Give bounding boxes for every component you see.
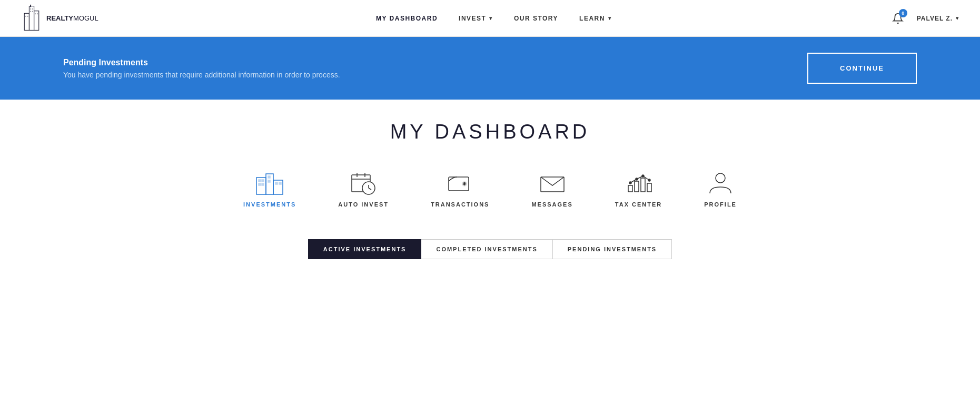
svg-rect-35 [635,181,639,192]
auto-invest-label: AUTO INVEST [338,201,389,208]
svg-rect-12 [256,178,266,194]
nav-link-invest[interactable]: INVEST [459,15,493,22]
svg-rect-8 [25,16,26,17]
banner-subtitle: You have pending investments that requir… [63,71,340,79]
svg-rect-6 [30,11,31,12]
investments-label: INVESTMENTS [243,201,296,208]
svg-point-41 [648,179,650,181]
svg-point-39 [636,178,638,180]
transactions-icon [444,170,476,196]
svg-rect-4 [30,8,31,9]
dash-item-messages[interactable]: MESSAGES [531,170,572,208]
continue-button[interactable]: CONTINUE [807,53,917,84]
dash-item-tax-center[interactable]: TAX CENTER [615,170,662,208]
messages-icon [537,170,568,196]
dashboard-icons: INVESTMENTS AUTO INVEST [21,170,959,208]
svg-rect-17 [259,183,261,185]
investment-tabs: ACTIVE INVESTMENTS COMPLETED INVESTMENTS… [21,239,959,259]
svg-rect-16 [262,180,264,182]
tab-pending-investments[interactable]: PENDING INVESTMENTS [553,239,672,259]
svg-rect-1 [24,13,29,30]
svg-rect-22 [279,182,281,184]
dash-item-transactions[interactable]: TRANSACTIONS [431,170,489,208]
nav-right: 0 PALVEL Z. [889,10,959,27]
tab-completed-investments[interactable]: COMPLETED INVESTMENTS [421,239,552,259]
auto-invest-icon [348,170,379,196]
svg-rect-37 [647,183,651,192]
svg-rect-15 [259,180,261,182]
svg-rect-2 [34,11,39,31]
notification-bell[interactable]: 0 [889,10,906,27]
dash-item-investments[interactable]: INVESTMENTS [243,170,296,208]
notification-count: 0 [899,9,907,17]
svg-rect-7 [32,11,33,12]
investments-icon [254,170,285,196]
transactions-label: TRANSACTIONS [431,201,489,208]
messages-label: MESSAGES [531,201,572,208]
main-content: MY DASHBOARD [0,100,980,270]
banner-text: Pending Investments You have pending inv… [63,58,340,79]
svg-rect-11 [37,13,38,14]
svg-rect-3 [30,5,31,7]
svg-rect-21 [275,182,278,184]
svg-rect-10 [35,13,36,14]
dash-item-auto-invest[interactable]: AUTO INVEST [338,170,389,208]
navbar: REALTYMOGUL MY DASHBOARD INVEST OUR STOR… [0,0,980,37]
svg-rect-20 [268,180,270,182]
nav-link-our-story[interactable]: OUR STORY [514,15,558,22]
dash-item-profile[interactable]: PROFILE [704,170,737,208]
profile-icon [705,170,736,196]
tax-center-icon [623,170,655,196]
tax-center-label: TAX CENTER [615,201,662,208]
page-title: MY DASHBOARD [21,121,959,143]
svg-rect-5 [32,8,33,9]
svg-rect-36 [641,178,645,192]
logo-text: REALTYMOGUL [46,14,98,22]
svg-point-40 [642,175,644,177]
svg-rect-34 [628,185,632,192]
user-menu[interactable]: PALVEL Z. [917,15,959,22]
profile-label: PROFILE [704,201,737,208]
tab-active-investments[interactable]: ACTIVE INVESTMENTS [308,239,422,259]
logo-icon [21,4,42,33]
svg-rect-9 [27,16,28,17]
svg-rect-19 [268,176,270,178]
nav-link-dashboard[interactable]: MY DASHBOARD [376,15,438,22]
svg-point-38 [629,182,631,184]
banner-title: Pending Investments [63,58,340,67]
svg-rect-0 [29,6,34,31]
nav-links: MY DASHBOARD INVEST OUR STORY LEARN [376,15,612,22]
svg-rect-18 [262,183,264,185]
pending-investments-banner: Pending Investments You have pending inv… [0,37,980,100]
svg-point-42 [716,173,725,183]
logo[interactable]: REALTYMOGUL [21,4,98,33]
nav-link-learn[interactable]: LEARN [579,15,611,22]
